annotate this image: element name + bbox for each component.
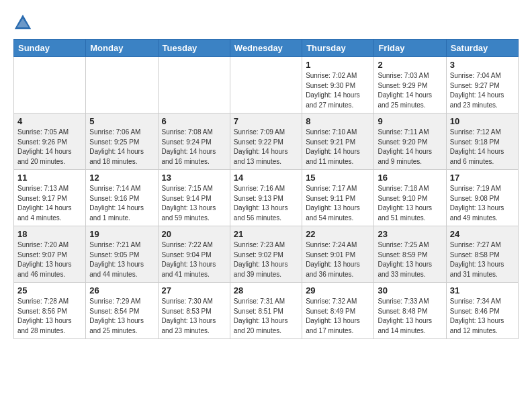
day-info: Sunrise: 7:23 AM Sunset: 9:02 PM Dayligh…: [234, 240, 298, 279]
day-number: 14: [234, 173, 298, 183]
day-number: 11: [17, 173, 82, 183]
day-info: Sunrise: 7:34 AM Sunset: 8:46 PM Dayligh…: [450, 297, 515, 336]
day-number: 28: [234, 285, 298, 295]
day-number: 5: [89, 116, 154, 126]
day-number: 23: [378, 229, 442, 239]
day-number: 17: [450, 173, 515, 183]
calendar-cell: [14, 57, 86, 113]
day-info: Sunrise: 7:29 AM Sunset: 8:54 PM Dayligh…: [89, 297, 154, 336]
calendar-cell: 30Sunrise: 7:33 AM Sunset: 8:48 PM Dayli…: [374, 283, 446, 339]
weekday-header: Thursday: [302, 40, 374, 57]
day-number: 29: [306, 285, 370, 295]
day-info: Sunrise: 7:31 AM Sunset: 8:51 PM Dayligh…: [234, 297, 298, 336]
day-info: Sunrise: 7:28 AM Sunset: 8:56 PM Dayligh…: [17, 297, 82, 336]
calendar-cell: [158, 57, 230, 113]
day-info: Sunrise: 7:32 AM Sunset: 8:49 PM Dayligh…: [306, 297, 370, 336]
day-info: Sunrise: 7:05 AM Sunset: 9:26 PM Dayligh…: [17, 128, 82, 167]
calendar-week-row: 4Sunrise: 7:05 AM Sunset: 9:26 PM Daylig…: [14, 113, 519, 170]
weekday-header: Wednesday: [230, 40, 302, 57]
day-info: Sunrise: 7:14 AM Sunset: 9:16 PM Dayligh…: [89, 184, 154, 223]
calendar-cell: 7Sunrise: 7:09 AM Sunset: 9:22 PM Daylig…: [230, 113, 302, 170]
day-number: 19: [89, 229, 154, 239]
day-number: 15: [306, 173, 370, 183]
day-info: Sunrise: 7:21 AM Sunset: 9:05 PM Dayligh…: [89, 240, 154, 279]
day-number: 12: [89, 173, 154, 183]
day-info: Sunrise: 7:10 AM Sunset: 9:21 PM Dayligh…: [306, 128, 370, 167]
day-info: Sunrise: 7:09 AM Sunset: 9:22 PM Dayligh…: [234, 128, 298, 167]
calendar-cell: 6Sunrise: 7:08 AM Sunset: 9:24 PM Daylig…: [158, 113, 230, 170]
day-number: 1: [306, 60, 370, 70]
calendar-week-row: 18Sunrise: 7:20 AM Sunset: 9:07 PM Dayli…: [14, 226, 519, 283]
calendar-cell: 10Sunrise: 7:12 AM Sunset: 9:18 PM Dayli…: [446, 113, 518, 170]
calendar: SundayMondayTuesdayWednesdayThursdayFrid…: [13, 39, 519, 339]
day-number: 3: [450, 60, 515, 70]
calendar-cell: 19Sunrise: 7:21 AM Sunset: 9:05 PM Dayli…: [86, 226, 158, 283]
calendar-cell: 4Sunrise: 7:05 AM Sunset: 9:26 PM Daylig…: [14, 113, 86, 170]
calendar-cell: 9Sunrise: 7:11 AM Sunset: 9:20 PM Daylig…: [374, 113, 446, 170]
day-info: Sunrise: 7:13 AM Sunset: 9:17 PM Dayligh…: [17, 184, 82, 223]
calendar-week-row: 11Sunrise: 7:13 AM Sunset: 9:17 PM Dayli…: [14, 170, 519, 226]
day-number: 30: [378, 285, 442, 295]
calendar-cell: [86, 57, 158, 113]
day-info: Sunrise: 7:24 AM Sunset: 9:01 PM Dayligh…: [306, 240, 370, 279]
day-number: 8: [306, 116, 370, 126]
day-info: Sunrise: 7:20 AM Sunset: 9:07 PM Dayligh…: [17, 240, 82, 279]
calendar-cell: 22Sunrise: 7:24 AM Sunset: 9:01 PM Dayli…: [302, 226, 374, 283]
day-number: 31: [450, 285, 515, 295]
day-number: 6: [162, 116, 226, 126]
day-info: Sunrise: 7:06 AM Sunset: 9:25 PM Dayligh…: [89, 128, 154, 167]
calendar-week-row: 1Sunrise: 7:02 AM Sunset: 9:30 PM Daylig…: [14, 57, 519, 113]
day-info: Sunrise: 7:25 AM Sunset: 8:59 PM Dayligh…: [378, 240, 442, 279]
calendar-cell: 25Sunrise: 7:28 AM Sunset: 8:56 PM Dayli…: [14, 283, 86, 339]
calendar-cell: 2Sunrise: 7:03 AM Sunset: 9:29 PM Daylig…: [374, 57, 446, 113]
calendar-cell: [230, 57, 302, 113]
weekday-header-row: SundayMondayTuesdayWednesdayThursdayFrid…: [14, 40, 519, 57]
day-info: Sunrise: 7:02 AM Sunset: 9:30 PM Dayligh…: [306, 71, 370, 110]
day-info: Sunrise: 7:15 AM Sunset: 9:14 PM Dayligh…: [162, 184, 226, 223]
calendar-cell: 28Sunrise: 7:31 AM Sunset: 8:51 PM Dayli…: [230, 283, 302, 339]
day-number: 7: [234, 116, 298, 126]
day-info: Sunrise: 7:33 AM Sunset: 8:48 PM Dayligh…: [378, 297, 442, 336]
weekday-header: Sunday: [14, 40, 86, 57]
day-number: 25: [17, 285, 82, 295]
calendar-cell: 20Sunrise: 7:22 AM Sunset: 9:04 PM Dayli…: [158, 226, 230, 283]
calendar-cell: 18Sunrise: 7:20 AM Sunset: 9:07 PM Dayli…: [14, 226, 86, 283]
calendar-cell: 12Sunrise: 7:14 AM Sunset: 9:16 PM Dayli…: [86, 170, 158, 226]
day-number: 18: [17, 229, 82, 239]
calendar-cell: 16Sunrise: 7:18 AM Sunset: 9:10 PM Dayli…: [374, 170, 446, 226]
day-info: Sunrise: 7:11 AM Sunset: 9:20 PM Dayligh…: [378, 128, 442, 167]
calendar-cell: 27Sunrise: 7:30 AM Sunset: 8:53 PM Dayli…: [158, 283, 230, 339]
day-info: Sunrise: 7:03 AM Sunset: 9:29 PM Dayligh…: [378, 71, 442, 110]
day-info: Sunrise: 7:17 AM Sunset: 9:11 PM Dayligh…: [306, 184, 370, 223]
day-info: Sunrise: 7:16 AM Sunset: 9:13 PM Dayligh…: [234, 184, 298, 223]
day-number: 21: [234, 229, 298, 239]
day-info: Sunrise: 7:30 AM Sunset: 8:53 PM Dayligh…: [162, 297, 226, 336]
calendar-cell: 17Sunrise: 7:19 AM Sunset: 9:08 PM Dayli…: [446, 170, 518, 226]
day-number: 20: [162, 229, 226, 239]
calendar-week-row: 25Sunrise: 7:28 AM Sunset: 8:56 PM Dayli…: [14, 283, 519, 339]
day-number: 13: [162, 173, 226, 183]
calendar-cell: 14Sunrise: 7:16 AM Sunset: 9:13 PM Dayli…: [230, 170, 302, 226]
logo: [13, 13, 35, 32]
calendar-cell: 5Sunrise: 7:06 AM Sunset: 9:25 PM Daylig…: [86, 113, 158, 170]
day-info: Sunrise: 7:08 AM Sunset: 9:24 PM Dayligh…: [162, 128, 226, 167]
day-number: 4: [17, 116, 82, 126]
day-number: 10: [450, 116, 515, 126]
day-number: 9: [378, 116, 442, 126]
calendar-cell: 11Sunrise: 7:13 AM Sunset: 9:17 PM Dayli…: [14, 170, 86, 226]
day-number: 2: [378, 60, 442, 70]
calendar-cell: 26Sunrise: 7:29 AM Sunset: 8:54 PM Dayli…: [86, 283, 158, 339]
calendar-cell: 31Sunrise: 7:34 AM Sunset: 8:46 PM Dayli…: [446, 283, 518, 339]
day-info: Sunrise: 7:18 AM Sunset: 9:10 PM Dayligh…: [378, 184, 442, 223]
weekday-header: Saturday: [446, 40, 518, 57]
calendar-cell: 29Sunrise: 7:32 AM Sunset: 8:49 PM Dayli…: [302, 283, 374, 339]
day-number: 26: [89, 285, 154, 295]
day-info: Sunrise: 7:12 AM Sunset: 9:18 PM Dayligh…: [450, 128, 515, 167]
day-info: Sunrise: 7:19 AM Sunset: 9:08 PM Dayligh…: [450, 184, 515, 223]
calendar-cell: 8Sunrise: 7:10 AM Sunset: 9:21 PM Daylig…: [302, 113, 374, 170]
weekday-header: Tuesday: [158, 40, 230, 57]
calendar-cell: 13Sunrise: 7:15 AM Sunset: 9:14 PM Dayli…: [158, 170, 230, 226]
calendar-cell: 24Sunrise: 7:27 AM Sunset: 8:58 PM Dayli…: [446, 226, 518, 283]
day-info: Sunrise: 7:22 AM Sunset: 9:04 PM Dayligh…: [162, 240, 226, 279]
day-number: 24: [450, 229, 515, 239]
